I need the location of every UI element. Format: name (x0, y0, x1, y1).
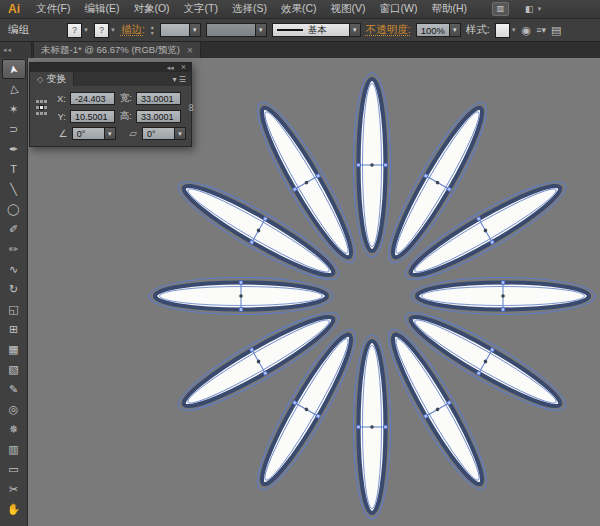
pen-tool[interactable]: ✒ (2, 139, 26, 159)
recolor-artwork-icon[interactable]: ◉ (522, 24, 532, 37)
chevron-down-icon[interactable]: ▼ (190, 23, 201, 37)
bridge-icon[interactable]: ▥ (492, 2, 509, 16)
direct-selection-tool[interactable]: ▷ (2, 79, 26, 99)
x-label: X: (53, 93, 66, 104)
document-tab-bar: ◂◂ 未标题-1* @ 66.67% (RGB/预览) × (0, 42, 600, 59)
line-segment-tool[interactable]: ╲ (2, 179, 26, 199)
selection-tool[interactable]: ➤ (2, 59, 26, 79)
hand-tool[interactable]: ✋ (2, 499, 26, 519)
chevron-down-icon: ▼ (110, 27, 116, 33)
tab-transform[interactable]: ◇ 变换 (30, 72, 74, 86)
shear-input[interactable]: 0° (142, 127, 175, 140)
opacity-panel-link[interactable]: 不透明度: (366, 23, 411, 37)
stroke-weight-stepper[interactable]: ▲▼ (150, 25, 155, 36)
menu-window[interactable]: 窗口(W) (373, 0, 425, 18)
brush-name: 基本 (308, 24, 327, 37)
style-label: 样式: (466, 23, 490, 37)
width-label: 宽: (119, 92, 132, 105)
mesh-tool[interactable]: ▦ (2, 339, 26, 359)
shape-builder-tool[interactable]: ◱ (2, 299, 26, 319)
slice-tool[interactable]: ✂ (2, 479, 26, 499)
y-label: Y: (53, 111, 66, 122)
lasso-tool[interactable]: ⊃ (2, 119, 26, 139)
y-input[interactable]: 10.5001 (70, 110, 115, 123)
petal[interactable] (149, 278, 333, 315)
stroke-swatch[interactable]: ? (94, 23, 109, 38)
chevron-down-icon[interactable]: ▼ (105, 127, 116, 140)
panel-toggle-icon[interactable]: ▤ (551, 24, 561, 37)
menu-help[interactable]: 帮助(H) (425, 0, 475, 18)
align-options-icon[interactable]: ≡▾ (536, 25, 546, 35)
menu-type[interactable]: 文字(T) (177, 0, 225, 18)
document-tab[interactable]: 未标题-1* @ 66.67% (RGB/预览) × (33, 42, 201, 58)
width-profile-dropdown[interactable]: ▼ (206, 23, 267, 37)
rotate-input[interactable]: 0° (72, 127, 105, 140)
panel-tab-label: 变换 (46, 72, 66, 86)
chevron-down-icon: ▼ (511, 27, 517, 33)
graph-tool[interactable]: ▥ (2, 439, 26, 459)
menu-view[interactable]: 视图(V) (324, 0, 373, 18)
petal[interactable] (411, 278, 595, 315)
stroke-panel-link[interactable]: 描边: (121, 23, 145, 37)
stroke-color-control[interactable]: ? ▼ (94, 23, 116, 38)
toolbar-collapse-icon[interactable]: ◂◂ (0, 42, 32, 58)
symbol-sprayer-tool[interactable]: ✵ (2, 419, 26, 439)
type-tool[interactable]: T (2, 159, 26, 179)
width-tool[interactable]: ∿ (2, 259, 26, 279)
height-input[interactable]: 33.0001 (136, 110, 181, 123)
width-input[interactable]: 33.0001 (136, 92, 181, 105)
opacity-dropdown[interactable]: 100% ▼ (416, 23, 461, 37)
chevron-down-icon[interactable]: ▼ (256, 23, 267, 37)
pencil-tool[interactable]: ✏ (2, 239, 26, 259)
workspace-glyph: ◧ (525, 4, 534, 14)
width-profile-value[interactable] (206, 23, 256, 37)
fill-color-control[interactable]: ? ▼ (67, 23, 89, 38)
style-swatch[interactable] (495, 23, 510, 38)
petal[interactable] (354, 73, 391, 257)
menu-edit[interactable]: 编辑(E) (77, 0, 126, 18)
shear-dropdown[interactable]: 0° ▼ (142, 127, 186, 140)
free-transform-tool[interactable]: ↻ (2, 279, 26, 299)
panel-close-icon[interactable]: × (181, 64, 186, 71)
menu-file[interactable]: 文件(F) (29, 0, 77, 18)
shear-angle-icon: ▱ (128, 128, 138, 139)
document-title: 未标题-1* @ 66.67% (RGB/预览) (41, 44, 180, 57)
petal[interactable] (354, 335, 391, 519)
canvas-area[interactable]: ◂◂ × ◇ 变换 ▾ ☰ X: -24.403 宽: 33.000 (28, 58, 600, 526)
eyedropper-tool[interactable]: ✎ (2, 379, 26, 399)
perspective-grid-tool[interactable]: ⊞ (2, 319, 26, 339)
menu-object[interactable]: 对象(O) (126, 0, 176, 18)
rotate-dropdown[interactable]: 0° ▼ (72, 127, 116, 140)
brush-definition-dropdown[interactable]: 基本 ▼ (272, 23, 361, 37)
opacity-value[interactable]: 100% (416, 23, 450, 37)
fill-swatch[interactable]: ? (67, 23, 82, 38)
chevron-down-icon[interactable]: ▼ (350, 23, 361, 37)
magic-wand-tool[interactable]: ✶ (2, 99, 26, 119)
chevron-down-icon[interactable]: ▼ (175, 127, 186, 140)
tools-panel: ➤▷✶⊃✒T╲◯✐✏∿↻◱⊞▦▧✎◎✵▥▭✂✋ (0, 58, 28, 526)
stroke-weight-value[interactable] (160, 23, 190, 37)
brush-definition-value[interactable]: 基本 (272, 23, 350, 37)
transform-panel: ◂◂ × ◇ 变换 ▾ ☰ X: -24.403 宽: 33.000 (29, 62, 192, 147)
reference-point-locator[interactable] (36, 99, 47, 116)
constrain-proportions-icon[interactable]: ∞ (186, 104, 198, 112)
ellipse-tool[interactable]: ◯ (2, 199, 26, 219)
panel-collapse-icon[interactable]: ◂◂ (167, 64, 174, 71)
panel-menu-icon[interactable]: ▾ ☰ (173, 75, 191, 84)
blend-tool[interactable]: ◎ (2, 399, 26, 419)
artboard-tool[interactable]: ▭ (2, 459, 26, 479)
panel-body: X: -24.403 宽: 33.0001 Y: 10.5001 高: 33.0… (30, 86, 191, 146)
style-swatch-dropdown[interactable]: ▼ (495, 23, 517, 38)
chevron-down-icon: ▼ (83, 27, 89, 33)
menu-items: 文件(F)编辑(E)对象(O)文字(T)选择(S)效果(C)视图(V)窗口(W)… (29, 0, 474, 18)
menu-effect[interactable]: 效果(C) (274, 0, 324, 18)
paintbrush-tool[interactable]: ✐ (2, 219, 26, 239)
panel-header: ◂◂ × (30, 63, 191, 72)
gradient-tool[interactable]: ▧ (2, 359, 26, 379)
chevron-down-icon[interactable]: ▼ (450, 23, 461, 37)
workspace-switcher-icon[interactable]: ◧ ▼ (525, 4, 542, 14)
close-icon[interactable]: × (187, 45, 193, 56)
stroke-weight-dropdown[interactable]: ▼ (160, 23, 201, 37)
x-input[interactable]: -24.403 (70, 92, 115, 105)
menu-select[interactable]: 选择(S) (225, 0, 274, 18)
